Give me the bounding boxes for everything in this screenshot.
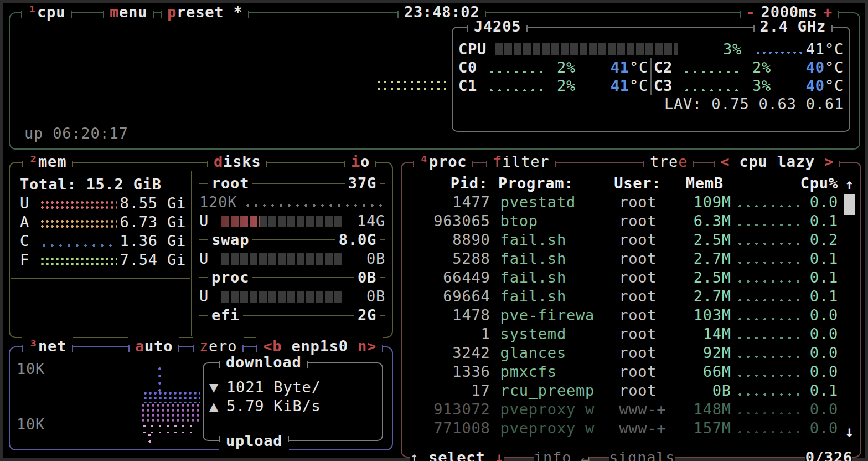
cpu-usage-dots [736, 392, 805, 397]
process-row[interactable]: 1systemdroot14M0.0 [402, 325, 860, 344]
process-row[interactable]: 913072pveproxy wwww-+148M0.0 [402, 400, 860, 419]
header-user[interactable]: User: [614, 174, 674, 193]
process-row[interactable]: 1477pvestatdroot109M0.0 [402, 193, 860, 212]
net-panel-toggle[interactable]: ³net [22, 337, 73, 356]
disk-proc-meter [221, 291, 344, 303]
core-temp: 41°C [576, 58, 648, 76]
mem-value: 7.54 Gi [117, 250, 186, 269]
sort-prev-button[interactable]: < [720, 153, 730, 170]
proc-panel-toggle[interactable]: ⁴proc [413, 152, 473, 171]
preset-button[interactable]: preset * [161, 3, 249, 22]
upload-title: upload [219, 432, 289, 450]
cpu-usage-dots [736, 316, 805, 322]
disk-used-label: U [199, 287, 221, 306]
uptime: up 06:20:17 [24, 124, 128, 143]
core-row-1: C1 2% 41°C C3 3% 40°C [453, 76, 849, 95]
cpu-usage-dots [736, 222, 805, 228]
net-scale-top: 10K [17, 360, 45, 378]
info-label: info [534, 449, 571, 461]
process-row[interactable]: 69664fail.shroot2.7M0.1 [402, 287, 860, 306]
disk-io-graph [244, 203, 383, 208]
disk-name: efi [208, 306, 243, 325]
header-memb[interactable]: MemB [675, 174, 724, 193]
menu-button[interactable]: menu [103, 3, 154, 22]
tree-button[interactable]: tree [643, 152, 694, 171]
core-graph [487, 69, 545, 75]
disk-used-value: 0B [344, 287, 385, 306]
cpu-total-meter [495, 43, 678, 55]
download-arrow-icon: ▼ [209, 378, 219, 397]
header-cpu[interactable]: Cpu% [800, 174, 838, 193]
disk-name: swap [208, 230, 252, 249]
hotkey-1: ¹ [28, 3, 37, 21]
cpu-panel-label: cpu [37, 3, 65, 21]
net-scale-bottom: 10K [17, 415, 45, 434]
cpu-total-graph [755, 50, 805, 55]
upload-arrow-icon: ▲ [209, 397, 219, 416]
core-percent: 2% [545, 58, 576, 76]
io-toggle[interactable]: io [344, 152, 376, 171]
io-label: o [360, 153, 370, 170]
sort-mode: cpu lazy [730, 153, 824, 170]
header-program[interactable]: Program: [488, 174, 614, 193]
cpu-usage-dots [736, 241, 805, 247]
process-row[interactable]: 1336pmxcfsroot66M0.0 [402, 362, 860, 381]
core-percent: 3% [740, 76, 771, 95]
select-control[interactable]: ↑ select ↓ [410, 448, 504, 461]
cpu-usage-dots [736, 203, 805, 209]
disk-used-label: U [199, 249, 221, 268]
mem-used-dots [40, 200, 117, 211]
process-row[interactable]: 1478pve-firewaroot103M0.0 [402, 306, 860, 325]
core-temp-value: 41 [611, 59, 629, 76]
disk-io-value: 120K [199, 193, 237, 212]
process-row[interactable]: 66449fail.shroot2.5M0.1 [402, 268, 860, 287]
cpu-total-temp: 41°C [805, 40, 844, 58]
process-row[interactable]: 3242glancesroot92M0.0 [402, 344, 860, 362]
process-row[interactable]: 771008pveproxy wwww-+157M0.0 [402, 419, 860, 438]
memory-panel: ²mem disks io Total: 15.2 GiB U 8.55 Gi … [9, 162, 393, 338]
select-down-icon[interactable]: ↓ [495, 449, 504, 461]
net-auto-button[interactable]: auto [128, 337, 179, 356]
process-row[interactable]: 5288fail.shroot2.7M0.1 [402, 249, 860, 268]
btop-terminal: ¹cpu menu preset * 23:48:02 -2000ms+ up … [0, 0, 868, 461]
scrollbar-thumb[interactable] [844, 194, 855, 215]
iface-next-button[interactable]: n> [358, 337, 376, 355]
core-graph [683, 88, 740, 93]
core-temp-unit: °C [629, 59, 648, 76]
net-speed-panel: download ▼ 1021 Byte/ ▲ 5.79 KiB/s uploa… [203, 362, 383, 441]
disk-swap-used-row: U 0B [199, 249, 385, 268]
iface-prev-button[interactable]: <b [263, 337, 282, 355]
disk-name: root [208, 174, 252, 193]
info-button[interactable]: info ↵ [534, 448, 590, 461]
process-row[interactable]: 963065btoproot6.3M0.1 [402, 212, 860, 230]
disks-toggle[interactable]: disks [207, 152, 267, 171]
hotkey-4: ⁴ [420, 153, 429, 170]
core-temp-unit: °C [629, 77, 648, 94]
process-row[interactable]: 17rcu_preemproot0B0.1 [402, 381, 860, 400]
process-row[interactable]: 8890fail.shroot2.5M0.2 [402, 230, 860, 249]
mem-panel-toggle[interactable]: ²mem [22, 152, 73, 171]
scroll-down-icon[interactable]: ↓ [845, 422, 854, 441]
cpu-panel-toggle[interactable]: ¹cpu [21, 3, 72, 22]
core-row-0: C0 2% 41°C C2 2% 40°C [453, 58, 849, 76]
sort-next-button[interactable]: > [824, 153, 834, 170]
mem-available-dots [40, 219, 117, 230]
signals-label: signals [609, 449, 675, 461]
disk-used-label: U [199, 212, 221, 230]
header-pid[interactable]: Pid: [407, 174, 488, 193]
core-divider [650, 58, 652, 76]
core-percent: 2% [740, 58, 771, 76]
filter-button[interactable]: filter [486, 152, 556, 171]
scroll-up-icon[interactable]: ↑ [845, 175, 854, 194]
hotkey-2: ² [29, 153, 38, 170]
sort-selector[interactable]: < cpu lazy > [714, 152, 840, 171]
select-up-icon[interactable]: ↑ [410, 449, 419, 461]
core-percent: 2% [545, 76, 576, 95]
upload-row: ▲ 5.79 KiB/s [204, 397, 382, 416]
cpu-usage-graph [375, 79, 446, 91]
net-download-graph-spike [157, 365, 163, 394]
core-label: C2 [654, 58, 683, 76]
io-hotkey: i [351, 153, 360, 170]
core-temp: 40°C [771, 76, 844, 95]
signals-button[interactable]: signals [609, 448, 675, 461]
